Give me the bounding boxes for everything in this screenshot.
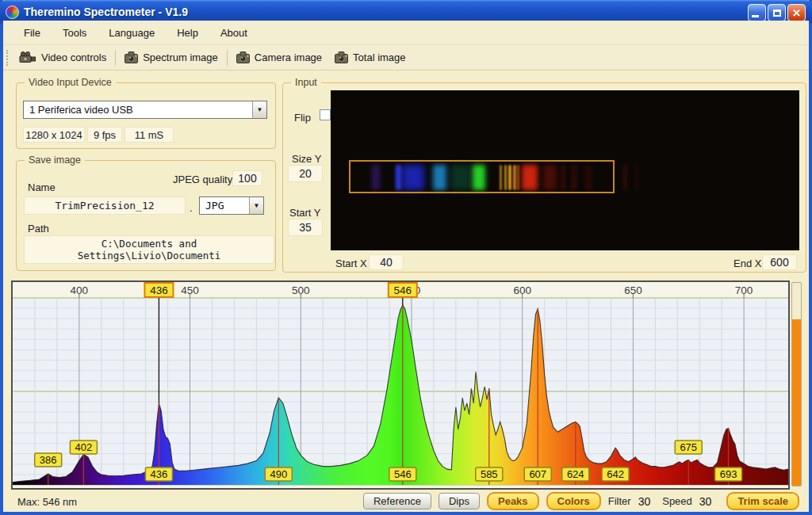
peak-label-value: 546 <box>394 468 412 480</box>
start-x-field[interactable]: 40 <box>369 254 404 270</box>
extension-value: JPG <box>200 200 249 212</box>
filter-label: Filter <box>608 495 631 507</box>
video-camera-icon <box>19 52 36 63</box>
minimize-icon <box>752 15 759 17</box>
chevron-down-icon[interactable]: ▼ <box>249 197 263 214</box>
size-y-field[interactable]: 20 <box>288 165 323 182</box>
peak-label-value: 436 <box>151 468 168 480</box>
video-device-select[interactable]: 1 Periferica video USB ▼ <box>23 101 267 119</box>
x-axis-tick-label: 600 <box>513 284 531 296</box>
max-peak-readout: Max: 546 nm <box>17 496 77 508</box>
camera-icon <box>124 52 138 63</box>
end-x-label: End X <box>733 258 761 269</box>
spectrum-chart: 4004505005506006507004365463864024364905… <box>11 280 790 490</box>
camera-icon <box>236 52 250 63</box>
spectral-band <box>623 165 626 190</box>
peak-label-value: 607 <box>529 468 546 480</box>
x-axis-tick-label: 400 <box>71 284 89 296</box>
tool-item-spectrum-image[interactable]: Spectrum image <box>118 49 224 66</box>
save-image-group-title: Save image <box>25 154 85 166</box>
x-axis-tick-label: 650 <box>624 284 642 296</box>
toolbar-grip[interactable] <box>6 50 9 66</box>
app-logo-icon <box>6 6 19 19</box>
video-input-group: Video Input Device 1 Periferica video US… <box>16 82 276 149</box>
x-axis-tick-label: 500 <box>292 284 310 296</box>
jpeg-quality-field[interactable]: 100 <box>232 170 262 186</box>
intensity-slider-fill <box>792 319 801 486</box>
minimize-button[interactable] <box>748 4 766 21</box>
tool-item-camera-image[interactable]: Camera image <box>230 49 328 66</box>
spectral-band <box>635 165 638 190</box>
close-icon: ✕ <box>792 8 801 18</box>
intensity-slider[interactable] <box>791 282 802 486</box>
peak-label-value: 490 <box>270 468 287 480</box>
camera-icon <box>335 52 348 63</box>
tool-item-label: Video controls <box>41 52 106 63</box>
tool-item-total-image[interactable]: Total image <box>328 49 412 66</box>
status-controls: ReferenceDipsPeaksColors Filter 30 Speed… <box>363 492 799 510</box>
filename-field[interactable]: TrimPrecision_12 <box>24 196 186 215</box>
flip-checkbox[interactable] <box>320 109 331 120</box>
tool-item-label: Total image <box>353 52 405 63</box>
start-y-field[interactable]: 35 <box>288 219 323 236</box>
jpeg-quality-label: JPEG quality <box>173 174 232 185</box>
filter-value[interactable]: 30 <box>638 495 651 508</box>
menu-item-language[interactable]: Language <box>99 24 164 42</box>
menu-item-about[interactable]: About <box>211 24 257 42</box>
path-line1: C:\Documents and <box>102 238 197 250</box>
reference-button[interactable]: Reference <box>363 493 431 509</box>
tool-item-label: Camera image <box>255 52 322 63</box>
size-y-label: Size Y <box>292 153 321 165</box>
window-title: Theremino Spectrometer - V1.9 <box>24 6 188 18</box>
x-axis-tick-label: 450 <box>181 284 199 296</box>
menu-item-file[interactable]: File <box>14 24 50 42</box>
flip-label: Flip <box>294 112 311 124</box>
peaks-button[interactable]: Peaks <box>487 492 539 510</box>
trim-scale-button[interactable]: Trim scale <box>726 492 799 510</box>
peak-label-value: 675 <box>680 441 697 453</box>
input-group-title: Input <box>291 77 321 88</box>
chevron-down-icon[interactable]: ▼ <box>252 101 266 118</box>
camera-view[interactable] <box>331 90 799 250</box>
dips-button[interactable]: Dips <box>439 493 480 509</box>
extension-select[interactable]: JPG ▼ <box>199 196 264 215</box>
peak-label-value: 386 <box>40 454 57 466</box>
peak-label-value: 693 <box>720 468 737 480</box>
latency-display: 11 mS <box>124 127 174 143</box>
path-label: Path <box>28 223 49 235</box>
toolbar-separator <box>115 50 116 66</box>
maximize-button[interactable] <box>768 4 786 21</box>
x-axis-tick-label: 700 <box>735 284 753 296</box>
peak-label-value: 585 <box>481 468 498 480</box>
speed-value[interactable]: 30 <box>699 495 712 508</box>
maximize-icon <box>773 10 781 17</box>
video-input-group-title: Video Input Device <box>25 77 116 88</box>
peak-label-value: 642 <box>607 468 624 480</box>
resolution-display: 1280 x 1024 <box>23 127 85 143</box>
toolbar-separator <box>227 50 228 66</box>
tool-item-video-controls[interactable]: Video controls <box>13 49 113 66</box>
name-label: Name <box>28 181 56 193</box>
peak-label-value: 402 <box>75 441 93 453</box>
menu-item-tools[interactable]: Tools <box>53 24 96 42</box>
dot-separator: . <box>190 202 193 214</box>
app-window: Theremino Spectrometer - V1.9 ✕ FileTool… <box>0 0 812 515</box>
tool-item-label: Spectrum image <box>143 52 218 63</box>
path-line2: Settings\Livio\Documenti <box>78 250 221 261</box>
menu-item-help[interactable]: Help <box>167 24 208 42</box>
colors-button[interactable]: Colors <box>546 492 601 510</box>
spectrum-chart-canvas: 4004505005506006507004365463864024364905… <box>13 282 788 488</box>
capture-selection-rect[interactable] <box>349 160 615 193</box>
fps-display: 9 fps <box>87 127 122 143</box>
status-bar: Max: 546 nm ReferenceDipsPeaksColors Fil… <box>3 491 809 512</box>
selected-peak-value: 436 <box>150 284 168 296</box>
peak-label-value: 624 <box>567 468 584 480</box>
close-button[interactable]: ✕ <box>787 4 806 21</box>
selected-peak-value: 546 <box>394 284 412 296</box>
toolbar: Video controlsSpectrum imageCamera image… <box>3 44 809 71</box>
path-field[interactable]: C:\Documents and Settings\Livio\Document… <box>24 235 274 264</box>
end-x-field[interactable]: 600 <box>762 254 797 270</box>
video-device-value: 1 Periferica video USB <box>24 104 252 116</box>
start-y-label: Start Y <box>289 207 321 219</box>
start-x-label: Start X <box>335 258 367 269</box>
